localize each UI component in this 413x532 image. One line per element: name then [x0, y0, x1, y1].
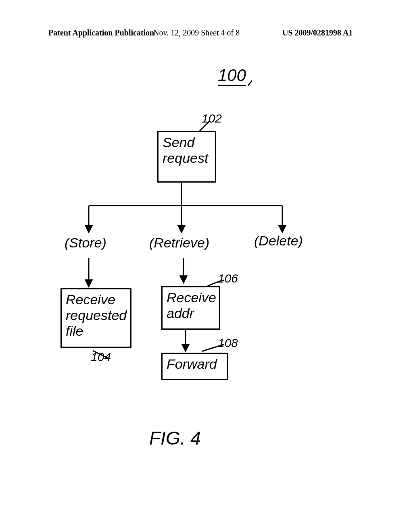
node-retrieve: (Retrieve)	[149, 236, 209, 250]
header-center: Nov. 12, 2009 Sheet 4 of 8	[153, 28, 240, 37]
flowchart-connectors	[0, 0, 413, 532]
node-forward-label: Forward	[167, 356, 217, 372]
node-forward: Forward	[161, 353, 228, 380]
figure-caption: FIG. 4	[149, 427, 201, 449]
header-left: Patent Application Publication	[48, 28, 154, 37]
node-send-request-label: Send request	[163, 135, 208, 166]
ref-overall: 100	[218, 66, 246, 86]
node-receive-addr: Receive addr	[161, 286, 220, 330]
node-receive-file-label: Receive requested file	[66, 292, 127, 339]
ref-106: 106	[218, 272, 238, 285]
node-receive-addr-label: Receive addr	[167, 290, 216, 321]
patent-figure-page: Patent Application Publication Nov. 12, …	[0, 0, 413, 532]
ref-108: 108	[218, 337, 238, 349]
node-store: (Store)	[65, 236, 106, 250]
node-send-request: Send request	[157, 131, 216, 183]
ref-104: 104	[91, 351, 111, 364]
node-receive-file: Receive requested file	[60, 288, 131, 348]
node-delete: (Delete)	[254, 234, 303, 248]
header-right: US 2009/0281998 A1	[282, 28, 353, 37]
ref-102: 102	[202, 112, 222, 125]
